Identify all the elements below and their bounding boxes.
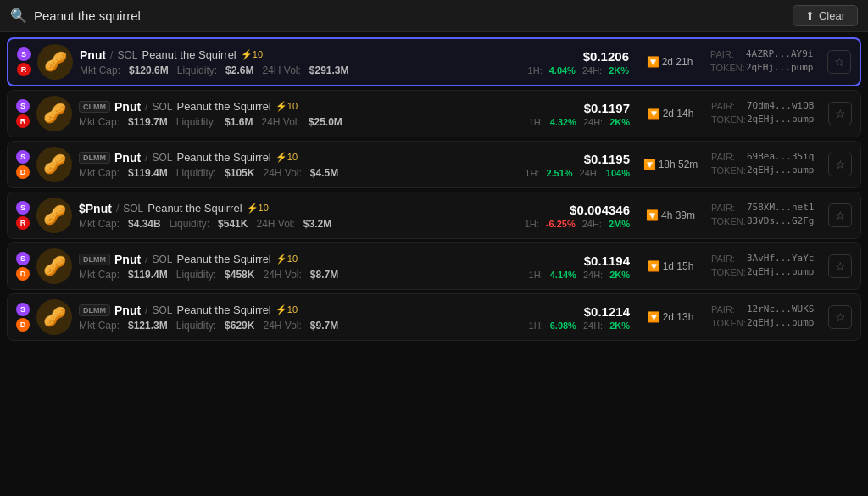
star-button[interactable]: ☆ xyxy=(828,102,852,125)
result-row[interactable]: SD🥜 DLMM Pnut / SOL Peanut the Squirrel … xyxy=(7,242,861,290)
liquidity-value: $1.6M xyxy=(225,116,253,128)
pair-label: PAIR: xyxy=(711,203,743,213)
token-label: TOKEN: xyxy=(711,267,743,277)
badge-sol: S xyxy=(16,150,30,164)
age-section: 🔽 2d 21h xyxy=(636,56,704,68)
search-icon: 🔍 xyxy=(10,8,27,24)
star-button[interactable]: ☆ xyxy=(828,305,852,329)
mktcap-value: $4.34B xyxy=(128,218,161,230)
star-button[interactable]: ☆ xyxy=(828,153,852,176)
mktcap-value: $121.3M xyxy=(128,320,168,332)
token-base: SOL xyxy=(117,49,137,61)
price-section: $0.1206 1H: 4.04% 24H: 2K% xyxy=(510,49,629,75)
type-badge: CLMM xyxy=(79,101,110,113)
pair-value: 69Bea...35iq xyxy=(747,151,814,162)
mktcap-value: $120.6M xyxy=(129,64,169,76)
liquidity-value: $458K xyxy=(225,269,254,281)
vol24h-label: 24H Vol: xyxy=(256,218,294,230)
mktcap-label: Mkt Cap: xyxy=(79,167,120,179)
token-label: TOKEN: xyxy=(711,165,743,176)
age-value: 2d 13h xyxy=(663,311,694,323)
change24h-value: 2M% xyxy=(609,219,630,229)
change24h-value: 2K% xyxy=(609,65,629,75)
vol24h-value: $4.5M xyxy=(310,167,338,179)
mktcap-value: $119.4M xyxy=(128,167,168,179)
change1h-value: 4.14% xyxy=(550,270,576,280)
price-value: $0.1195 xyxy=(511,152,630,166)
vol24h-label: 24H Vol: xyxy=(261,116,299,128)
vol24h-value: $3.2M xyxy=(303,218,331,230)
token-fullname: Peanut the Squirrel xyxy=(176,151,270,164)
chain-badges: SD xyxy=(16,252,30,281)
mktcap-label: Mkt Cap: xyxy=(79,218,120,230)
search-bar: 🔍 ⬆ Clear xyxy=(0,0,868,32)
price-value: $0.1197 xyxy=(511,101,630,115)
token-icon: 🥜 xyxy=(36,198,72,233)
pair-value: 12rNc...WUKS xyxy=(747,304,814,315)
change1h-label: 1H: xyxy=(525,168,539,178)
badge-rad: R xyxy=(16,216,30,230)
age-value: 4h 39m xyxy=(661,209,695,221)
result-row[interactable]: SD🥜 DLMM Pnut / SOL Peanut the Squirrel … xyxy=(7,141,861,188)
pair-label: PAIR: xyxy=(711,101,743,111)
token-base: SOL xyxy=(152,304,172,316)
token-main: DLMM Pnut / SOL Peanut the Squirrel ⚡10 … xyxy=(79,253,504,281)
age-section: 🔽 1d 15h xyxy=(637,260,704,272)
token-trust: ⚡10 xyxy=(275,254,298,265)
liquidity-value: $629K xyxy=(225,320,254,332)
star-button[interactable]: ☆ xyxy=(828,254,852,278)
chain-badges: SR xyxy=(16,99,30,128)
token-main: Pnut / SOL Peanut the Squirrel ⚡10 Mkt C… xyxy=(80,48,504,76)
token-base: SOL xyxy=(152,254,172,265)
star-button[interactable]: ☆ xyxy=(828,203,852,227)
age-arrow: 🔽 xyxy=(648,108,660,120)
age-value: 2d 21h xyxy=(662,56,693,68)
type-badge: DLMM xyxy=(79,254,110,265)
liquidity-value: $541K xyxy=(218,218,248,230)
token-trust: ⚡10 xyxy=(275,152,298,163)
mktcap-value: $119.7M xyxy=(128,116,168,128)
pair-value: 3AvHf...YaYc xyxy=(747,253,814,264)
change1h-value: -6.25% xyxy=(546,219,576,229)
result-row[interactable]: SR🥜 CLMM Pnut / SOL Peanut the Squirrel … xyxy=(7,90,861,137)
age-section: 🔽 4h 39m xyxy=(637,209,704,221)
token-label: TOKEN: xyxy=(711,318,743,328)
age-value: 2d 14h xyxy=(663,108,694,120)
token-fullname: Peanut the Squirrel xyxy=(176,253,270,265)
result-row[interactable]: SR🥜 Pnut / SOL Peanut the Squirrel ⚡10 M… xyxy=(7,37,861,86)
badge-sol: S xyxy=(16,99,30,113)
liquidity-label: Liquidity: xyxy=(176,116,216,128)
pair-label: PAIR: xyxy=(711,254,743,264)
result-row[interactable]: SR🥜 $Pnut / SOL Peanut the Squirrel ⚡10 … xyxy=(7,192,861,239)
mktcap-label: Mkt Cap: xyxy=(80,64,120,76)
token-icon: 🥜 xyxy=(36,96,72,131)
results-container: SR🥜 Pnut / SOL Peanut the Squirrel ⚡10 M… xyxy=(0,32,868,346)
token-address: 2qEHj...pump xyxy=(746,62,813,73)
search-input[interactable] xyxy=(34,8,786,23)
vol24h-label: 24H Vol: xyxy=(262,64,300,76)
token-fullname: Peanut the Squirrel xyxy=(176,100,270,113)
vol24h-label: 24H Vol: xyxy=(263,320,301,332)
token-symbol: Pnut xyxy=(114,151,141,164)
liquidity-value: $2.6M xyxy=(225,64,253,76)
mktcap-label: Mkt Cap: xyxy=(79,320,120,332)
badge-dlmm: D xyxy=(16,318,30,332)
mktcap-label: Mkt Cap: xyxy=(79,116,120,128)
token-address: 2qEHj...pump xyxy=(747,164,814,176)
token-main: DLMM Pnut / SOL Peanut the Squirrel ⚡10 … xyxy=(79,151,504,179)
badge-rad: R xyxy=(17,63,31,76)
change24h-label: 24H: xyxy=(583,270,603,280)
token-label: TOKEN: xyxy=(711,216,743,226)
token-symbol: Pnut xyxy=(80,48,106,62)
price-section: $0.1194 1H: 4.14% 24H: 2K% xyxy=(511,254,630,280)
token-symbol: Pnut xyxy=(114,100,141,114)
type-badge: DLMM xyxy=(79,152,110,164)
vol24h-value: $8.7M xyxy=(310,269,338,281)
result-row[interactable]: SD🥜 DLMM Pnut / SOL Peanut the Squirrel … xyxy=(7,293,861,341)
star-button[interactable]: ☆ xyxy=(827,50,851,74)
price-section: $0.1195 1H: 2.51% 24H: 104% xyxy=(511,152,630,178)
chain-badges: SD xyxy=(16,150,30,179)
token-main: DLMM Pnut / SOL Peanut the Squirrel ⚡10 … xyxy=(79,304,504,332)
clear-button[interactable]: ⬆ Clear xyxy=(793,5,858,26)
price-section: $0.1197 1H: 4.32% 24H: 2K% xyxy=(511,101,630,127)
